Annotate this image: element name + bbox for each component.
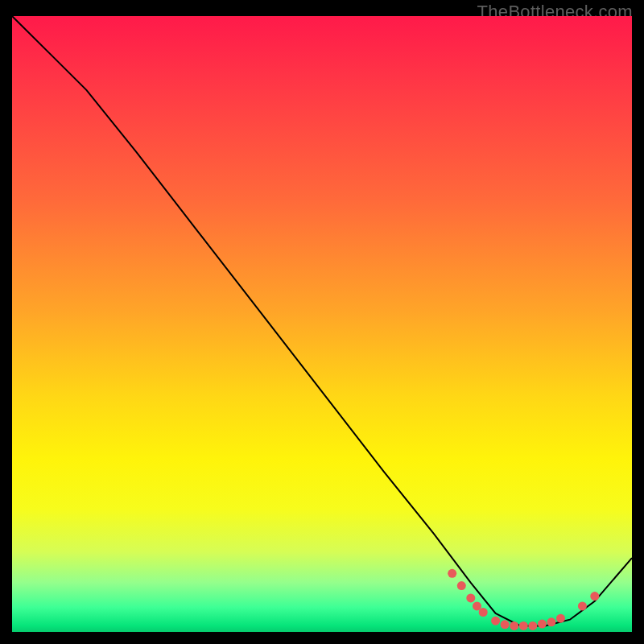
marker-dot [466,593,475,602]
marker-dot [457,581,466,590]
marker-dot [448,569,456,578]
marker-dot [590,592,599,601]
plot-area [12,16,632,632]
chart-stage: TheBottleneck.com [0,0,644,644]
marker-dot [547,617,555,626]
marker-dot [501,620,510,629]
marker-dot [556,614,565,623]
marker-dot [510,621,518,630]
chart-svg [12,16,632,632]
marker-dot [491,617,500,625]
highlight-dots [448,569,599,630]
marker-dot [578,601,587,610]
marker-dot [479,608,488,617]
marker-dot [528,621,537,630]
bottleneck-curve [12,16,632,625]
marker-dot [519,621,528,630]
marker-dot [538,620,547,629]
